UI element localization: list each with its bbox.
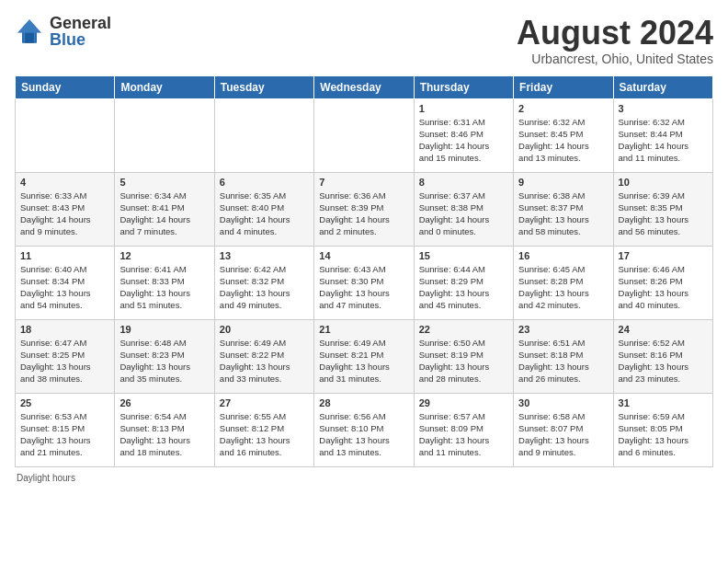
calendar-cell: 12Sunrise: 6:41 AM Sunset: 8:33 PM Dayli…: [115, 246, 214, 319]
day-number: 19: [119, 324, 209, 335]
calendar-body: 1Sunrise: 6:31 AM Sunset: 8:46 PM Daylig…: [16, 98, 713, 466]
logo-text: General Blue: [50, 15, 111, 48]
day-info: Sunrise: 6:32 AM Sunset: 8:44 PM Dayligh…: [619, 116, 708, 165]
calendar-cell: 3Sunrise: 6:32 AM Sunset: 8:44 PM Daylig…: [613, 98, 712, 172]
day-info: Sunrise: 6:51 AM Sunset: 8:18 PM Dayligh…: [518, 337, 608, 385]
day-info: Sunrise: 6:32 AM Sunset: 8:45 PM Dayligh…: [518, 116, 608, 165]
day-number: 12: [119, 250, 209, 261]
calendar-week-5: 25Sunrise: 6:53 AM Sunset: 8:15 PM Dayli…: [16, 393, 713, 466]
calendar-cell: 13Sunrise: 6:42 AM Sunset: 8:32 PM Dayli…: [214, 246, 313, 319]
day-number: 22: [419, 324, 508, 335]
day-info: Sunrise: 6:53 AM Sunset: 8:15 PM Dayligh…: [20, 410, 109, 459]
day-info: Sunrise: 6:55 AM Sunset: 8:12 PM Dayligh…: [220, 410, 309, 459]
logo-general-text: General: [50, 15, 111, 31]
day-info: Sunrise: 6:45 AM Sunset: 8:28 PM Dayligh…: [518, 263, 608, 312]
calendar-cell: 28Sunrise: 6:56 AM Sunset: 8:10 PM Dayli…: [314, 393, 414, 466]
day-number: 11: [20, 250, 109, 261]
weekday-header-monday: Monday: [115, 75, 214, 98]
day-number: 27: [220, 397, 309, 408]
day-info: Sunrise: 6:43 AM Sunset: 8:30 PM Dayligh…: [319, 263, 408, 312]
calendar-week-4: 18Sunrise: 6:47 AM Sunset: 8:25 PM Dayli…: [16, 319, 713, 393]
calendar-table: SundayMondayTuesdayWednesdayThursdayFrid…: [15, 75, 713, 467]
day-info: Sunrise: 6:38 AM Sunset: 8:37 PM Dayligh…: [518, 190, 608, 238]
calendar-week-2: 4Sunrise: 6:33 AM Sunset: 8:43 PM Daylig…: [16, 172, 713, 246]
calendar-cell: 19Sunrise: 6:48 AM Sunset: 8:23 PM Dayli…: [115, 319, 214, 393]
calendar-cell: [115, 98, 214, 172]
day-info: Sunrise: 6:37 AM Sunset: 8:38 PM Dayligh…: [419, 190, 508, 238]
calendar-cell: 30Sunrise: 6:58 AM Sunset: 8:07 PM Dayli…: [514, 393, 613, 466]
calendar-cell: 26Sunrise: 6:54 AM Sunset: 8:13 PM Dayli…: [115, 393, 214, 466]
day-info: Sunrise: 6:41 AM Sunset: 8:33 PM Dayligh…: [119, 263, 209, 312]
day-info: Sunrise: 6:56 AM Sunset: 8:10 PM Dayligh…: [319, 410, 408, 459]
calendar-cell: 20Sunrise: 6:49 AM Sunset: 8:22 PM Dayli…: [214, 319, 313, 393]
day-number: 3: [619, 103, 708, 114]
weekday-header-saturday: Saturday: [613, 75, 712, 98]
calendar-cell: 4Sunrise: 6:33 AM Sunset: 8:43 PM Daylig…: [16, 172, 115, 246]
calendar-cell: [314, 98, 414, 172]
calendar-cell: 15Sunrise: 6:44 AM Sunset: 8:29 PM Dayli…: [414, 246, 513, 319]
calendar-cell: 10Sunrise: 6:39 AM Sunset: 8:35 PM Dayli…: [613, 172, 712, 246]
day-info: Sunrise: 6:40 AM Sunset: 8:34 PM Dayligh…: [20, 263, 109, 312]
day-number: 9: [518, 177, 608, 188]
calendar-cell: 14Sunrise: 6:43 AM Sunset: 8:30 PM Dayli…: [314, 246, 414, 319]
day-number: 6: [220, 177, 309, 188]
day-number: 24: [619, 324, 708, 335]
day-info: Sunrise: 6:58 AM Sunset: 8:07 PM Dayligh…: [518, 410, 608, 459]
calendar-cell: 25Sunrise: 6:53 AM Sunset: 8:15 PM Dayli…: [16, 393, 115, 466]
calendar-cell: 2Sunrise: 6:32 AM Sunset: 8:45 PM Daylig…: [514, 98, 613, 172]
day-info: Sunrise: 6:35 AM Sunset: 8:40 PM Dayligh…: [220, 190, 309, 238]
day-info: Sunrise: 6:31 AM Sunset: 8:46 PM Dayligh…: [419, 116, 508, 165]
month-year: August 2024: [517, 15, 713, 52]
day-info: Sunrise: 6:50 AM Sunset: 8:19 PM Dayligh…: [419, 337, 508, 385]
weekday-header-tuesday: Tuesday: [214, 75, 313, 98]
calendar-cell: 11Sunrise: 6:40 AM Sunset: 8:34 PM Dayli…: [16, 246, 115, 319]
day-number: 8: [419, 177, 508, 188]
day-info: Sunrise: 6:59 AM Sunset: 8:05 PM Dayligh…: [619, 410, 708, 459]
day-number: 4: [20, 177, 109, 188]
calendar-cell: 23Sunrise: 6:51 AM Sunset: 8:18 PM Dayli…: [514, 319, 613, 393]
title-block: August 2024 Urbancrest, Ohio, United Sta…: [517, 15, 713, 66]
calendar-cell: 21Sunrise: 6:49 AM Sunset: 8:21 PM Dayli…: [314, 319, 414, 393]
logo-blue-text: Blue: [50, 31, 111, 48]
weekday-header-thursday: Thursday: [414, 75, 513, 98]
day-number: 2: [518, 103, 608, 114]
day-number: 1: [419, 103, 508, 114]
day-info: Sunrise: 6:47 AM Sunset: 8:25 PM Dayligh…: [20, 337, 109, 385]
calendar-cell: 18Sunrise: 6:47 AM Sunset: 8:25 PM Dayli…: [16, 319, 115, 393]
location: Urbancrest, Ohio, United States: [517, 52, 713, 66]
weekday-header-sunday: Sunday: [16, 75, 115, 98]
day-number: 23: [518, 324, 608, 335]
calendar-cell: 27Sunrise: 6:55 AM Sunset: 8:12 PM Dayli…: [214, 393, 313, 466]
day-number: 25: [20, 397, 109, 408]
day-number: 10: [619, 177, 708, 188]
calendar-cell: 31Sunrise: 6:59 AM Sunset: 8:05 PM Dayli…: [613, 393, 712, 466]
day-info: Sunrise: 6:49 AM Sunset: 8:21 PM Dayligh…: [319, 337, 408, 385]
calendar-cell: 7Sunrise: 6:36 AM Sunset: 8:39 PM Daylig…: [314, 172, 414, 246]
day-info: Sunrise: 6:36 AM Sunset: 8:39 PM Dayligh…: [319, 190, 408, 238]
day-number: 28: [319, 397, 408, 408]
header: General Blue August 2024 Urbancrest, Ohi…: [15, 15, 713, 66]
day-number: 17: [619, 250, 708, 261]
day-number: 13: [220, 250, 309, 261]
footer: Daylight hours: [15, 473, 713, 483]
logo: General Blue: [15, 15, 111, 48]
day-info: Sunrise: 6:49 AM Sunset: 8:22 PM Dayligh…: [220, 337, 309, 385]
day-info: Sunrise: 6:48 AM Sunset: 8:23 PM Dayligh…: [119, 337, 209, 385]
calendar-cell: 1Sunrise: 6:31 AM Sunset: 8:46 PM Daylig…: [414, 98, 513, 172]
calendar-header: SundayMondayTuesdayWednesdayThursdayFrid…: [16, 75, 713, 98]
calendar-cell: [16, 98, 115, 172]
day-number: 20: [220, 324, 309, 335]
calendar-cell: 6Sunrise: 6:35 AM Sunset: 8:40 PM Daylig…: [214, 172, 313, 246]
day-number: 26: [119, 397, 209, 408]
day-number: 29: [419, 397, 508, 408]
day-info: Sunrise: 6:39 AM Sunset: 8:35 PM Dayligh…: [619, 190, 708, 238]
day-info: Sunrise: 6:52 AM Sunset: 8:16 PM Dayligh…: [619, 337, 708, 385]
day-number: 30: [518, 397, 608, 408]
day-info: Sunrise: 6:34 AM Sunset: 8:41 PM Dayligh…: [119, 190, 209, 238]
day-info: Sunrise: 6:33 AM Sunset: 8:43 PM Dayligh…: [20, 190, 109, 238]
svg-rect-2: [25, 33, 34, 43]
day-info: Sunrise: 6:46 AM Sunset: 8:26 PM Dayligh…: [619, 263, 708, 312]
day-info: Sunrise: 6:54 AM Sunset: 8:13 PM Dayligh…: [119, 410, 209, 459]
calendar-cell: 9Sunrise: 6:38 AM Sunset: 8:37 PM Daylig…: [514, 172, 613, 246]
page-container: General Blue August 2024 Urbancrest, Ohi…: [0, 0, 728, 492]
